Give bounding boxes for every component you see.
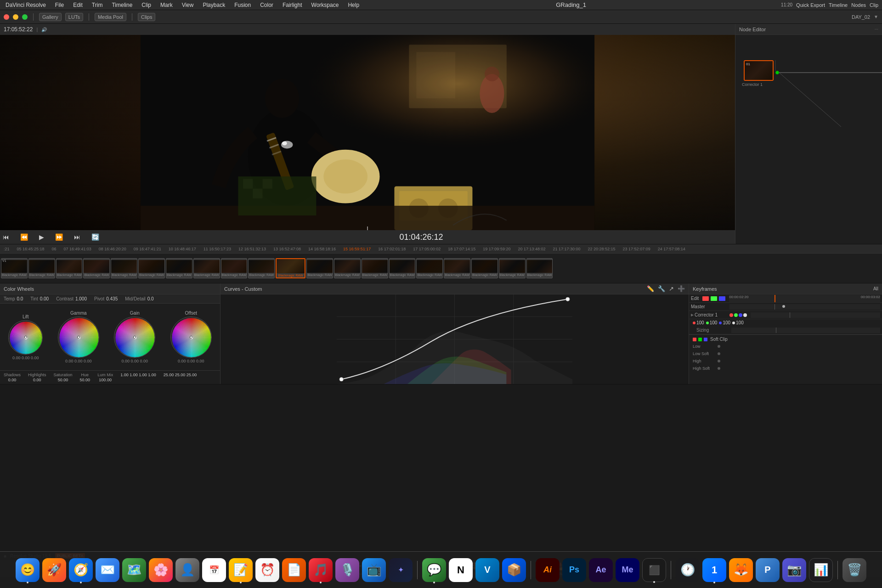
curves-tool-3[interactable]: ↗ (669, 285, 674, 292)
curves-tool-2[interactable]: 🔧 (658, 285, 665, 292)
kf-timeline-edit[interactable]: 00:00:02:20 00:00:03:02 (729, 295, 880, 302)
clip-06[interactable]: Blackmagic RAW (28, 258, 55, 278)
luts-btn[interactable]: LUTs (65, 13, 83, 21)
menu-fairlight[interactable]: Fairlight (281, 1, 304, 9)
lift-wheel[interactable] (8, 320, 43, 355)
curves-graph[interactable] (220, 294, 689, 384)
sc-blue-btn[interactable] (704, 338, 707, 341)
menu-help[interactable]: Help (346, 1, 361, 9)
dock-firefox[interactable]: 🦊 Firefox (729, 558, 753, 582)
tint-control[interactable]: Tint 0.00 (30, 296, 49, 301)
go-to-start-btn[interactable]: ⏮ (0, 232, 12, 242)
kf-master-kf1[interactable] (782, 305, 785, 308)
clip-08[interactable]: Blackmagic RAW (83, 258, 110, 278)
clip-16[interactable]: Blackmagic RAW (306, 258, 333, 278)
dock-reminders[interactable]: ⏰ Reminders (255, 558, 279, 582)
sc-red-btn[interactable] (693, 338, 696, 341)
clip-24[interactable]: Blackmagic RAW (526, 258, 553, 278)
window-maximize[interactable] (22, 14, 28, 20)
menu-davinci[interactable]: DaVinci Resolve (4, 1, 48, 9)
menu-workspace[interactable]: Workspace (310, 1, 341, 9)
clip-10[interactable]: Blackmagic RAW (138, 258, 165, 278)
kf-master-timeline[interactable] (729, 304, 880, 310)
temp-control[interactable]: Temp 0.0 (4, 296, 23, 301)
dock-music[interactable]: 🎵 Music (309, 558, 333, 582)
play-btn[interactable]: ▶ (36, 232, 47, 242)
sc-low-dot[interactable] (718, 345, 720, 348)
gain-wheel[interactable] (114, 317, 155, 358)
clip-12[interactable]: Blackmagic RAW (193, 258, 220, 278)
clip-13[interactable]: Blackmagic RAW (221, 258, 248, 278)
clip-20[interactable]: Blackmagic RAW (416, 258, 443, 278)
kf-green-marker[interactable] (711, 296, 717, 301)
gamma-wheel[interactable] (58, 317, 99, 358)
dock-aftereffects[interactable]: Ae After Effects (589, 558, 613, 582)
sc-lowsoft-dot[interactable] (718, 352, 720, 355)
dock-onepassword[interactable]: 1 1Password (702, 558, 726, 582)
dock-calendar[interactable]: 📅 Calendar (202, 558, 226, 582)
node-options[interactable]: ··· (875, 27, 878, 32)
kf-red-marker[interactable] (702, 296, 709, 301)
dock-photos[interactable]: 🌸 Photos (149, 558, 173, 582)
dock-proxyman[interactable]: P Proxyman (756, 558, 780, 582)
curves-tool-1[interactable]: ✏️ (647, 285, 654, 292)
dock-finder[interactable]: 😊 Finder (16, 558, 40, 582)
window-minimize[interactable] (13, 14, 18, 20)
menu-file[interactable]: File (53, 1, 66, 9)
shadows-slider[interactable]: Shadows 0.00 (4, 373, 21, 382)
dock-vectorize[interactable]: V Vectorize (475, 558, 499, 582)
dock-tv[interactable]: 📺 TV (362, 558, 386, 582)
kf-sizing-timeline[interactable] (731, 328, 880, 333)
step-forward-btn[interactable]: ⏩ (52, 232, 66, 242)
highlights-slider[interactable]: Highlights 0.00 (28, 373, 46, 382)
dock-screensnapai[interactable]: 📷 ScreenSnapAI (782, 558, 806, 582)
dock-maps[interactable]: 🗺️ Maps (122, 558, 146, 582)
clip-17[interactable]: Blackmagic RAW (334, 258, 361, 278)
offset-wheel[interactable] (170, 317, 212, 358)
kf-all-btn[interactable]: All (873, 286, 878, 291)
dock-podcasts[interactable]: 🎙️ Podcasts (335, 558, 359, 582)
node-graph[interactable]: 01 Corrector 1 (735, 35, 882, 244)
saturation-slider[interactable]: Saturation 50.00 (54, 373, 73, 382)
menu-mark[interactable]: Mark (158, 1, 175, 9)
clip-19[interactable]: Blackmagic RAW (389, 258, 416, 278)
timeline-btn-top[interactable]: Timeline (829, 2, 848, 8)
dock-worldclock[interactable]: 🕐 World Clock (676, 558, 700, 582)
menu-color[interactable]: Color (258, 1, 275, 9)
bin-name[interactable]: DAY_02 (852, 14, 870, 20)
clip-22[interactable]: Blackmagic RAW (471, 258, 498, 278)
clip-14[interactable]: Blackmagic RAW (248, 258, 275, 278)
kf-blue-marker[interactable] (719, 296, 725, 301)
step-back-btn[interactable]: ⏪ (17, 232, 31, 242)
clips-btn[interactable]: Clips (138, 13, 155, 21)
sc-highsoft-dot[interactable] (718, 367, 720, 370)
kf-corrector-timeline[interactable] (751, 312, 880, 318)
menu-fusion[interactable]: Fusion (232, 1, 253, 9)
sc-green-btn[interactable] (698, 338, 702, 341)
dock-illustrator[interactable]: Ai Illustrator (536, 558, 560, 582)
node-01[interactable]: 01 (744, 60, 774, 81)
dock-mail[interactable]: ✉️ Mail (96, 558, 119, 582)
clip-15-active[interactable]: Blackmagic RAW (276, 258, 305, 278)
dock-photoshop[interactable]: Ps Photoshop (562, 558, 586, 582)
dock-dropbox[interactable]: 📦 Dropbox (502, 558, 526, 582)
clip-05[interactable]: V1 Blackmagic RAW (1, 258, 28, 278)
dock-safari[interactable]: 🧭 Safari (69, 558, 93, 582)
lummix-slider[interactable]: Lum Mix 100.00 (97, 373, 113, 382)
dock-mediaencoder[interactable]: Me Media Encoder (616, 558, 639, 582)
media-pool-btn[interactable]: Media Pool (95, 13, 126, 21)
clip-07[interactable]: Blackmagic RAW (56, 258, 83, 278)
clip-21[interactable]: Blackmagic RAW (444, 258, 470, 278)
menu-trim[interactable]: Trim (90, 1, 105, 9)
sc-high-dot[interactable] (718, 360, 720, 362)
quick-export-btn[interactable]: Quick Export (796, 2, 825, 8)
menu-timeline[interactable]: Timeline (110, 1, 134, 9)
window-close[interactable] (4, 14, 9, 20)
clip-11[interactable]: Blackmagic RAW (166, 258, 192, 278)
menu-edit[interactable]: Edit (71, 1, 85, 9)
dock-notion[interactable]: N Notion (449, 558, 473, 582)
clip-23[interactable]: Blackmagic RAW (499, 258, 526, 278)
dock-istatmenus[interactable]: 📊 iStat Menus (809, 558, 833, 582)
node-output-dot[interactable] (775, 71, 779, 74)
menu-view[interactable]: View (180, 1, 196, 9)
